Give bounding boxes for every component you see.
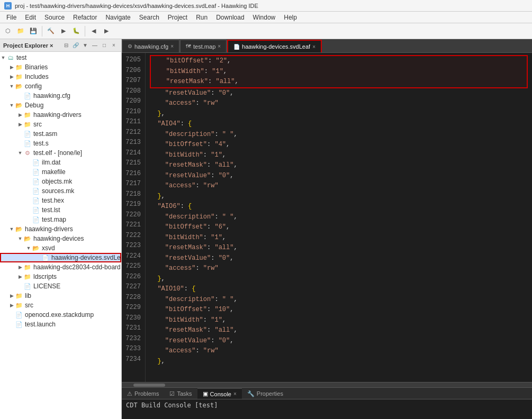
editor-content: 7205720672077208 7209721072117212 721372… bbox=[122, 53, 532, 382]
menu-item-project[interactable]: Project bbox=[164, 13, 192, 22]
menu-item-edit[interactable]: Edit bbox=[21, 13, 40, 22]
tree-item-src-debug[interactable]: ▶ 📁 src bbox=[0, 120, 121, 129]
tree-item-haawking-drivers-debug[interactable]: ▶ 📁 haawking-drivers bbox=[0, 110, 121, 120]
icon-test-project: 🗂 bbox=[6, 53, 15, 62]
toggle-ldscripts[interactable]: ▶ bbox=[17, 274, 23, 280]
tree-item-src-root[interactable]: ▶ 📁 src bbox=[0, 300, 121, 310]
menu-item-run[interactable]: Run bbox=[192, 13, 212, 22]
toggle-src-debug[interactable]: ▶ bbox=[17, 121, 23, 127]
toggle-test-elf[interactable]: ▼ bbox=[17, 150, 23, 156]
tab-console[interactable]: ▣ Console × bbox=[197, 388, 242, 399]
tree-item-objects-mk[interactable]: ▶ 📄 objects.mk bbox=[0, 177, 121, 186]
toggle-includes[interactable]: ▶ bbox=[8, 74, 15, 80]
menu-item-file[interactable]: File bbox=[2, 13, 21, 22]
tree-item-xsvd[interactable]: ▼ 📂 xsvd bbox=[0, 243, 121, 253]
icon-test-hex: 📄 bbox=[32, 196, 40, 205]
tab-haawking-cfg[interactable]: ⚙ haawking.cfg × bbox=[122, 40, 179, 52]
tab-close-console[interactable]: × bbox=[233, 391, 237, 397]
toolbar-run[interactable]: ▶ bbox=[58, 25, 69, 37]
tab-icon-properties: 🔧 bbox=[247, 390, 255, 397]
close-panel-btn[interactable]: × bbox=[110, 41, 118, 50]
toggle-debug[interactable]: ▼ bbox=[8, 102, 15, 108]
scrollbar-thumb-h[interactable] bbox=[133, 384, 165, 387]
tab-haawking-svdleaf[interactable]: 📄 haawking-devices.svdLeaf × bbox=[227, 40, 322, 52]
tree-item-ldscripts[interactable]: ▶ 📁 ldscripts bbox=[0, 272, 121, 281]
code-line-7214: "bitWidth": "1", bbox=[150, 150, 528, 161]
filter-btn[interactable]: ▼ bbox=[81, 41, 89, 50]
label-src-debug: src bbox=[33, 121, 42, 128]
menu-item-download[interactable]: Download bbox=[212, 13, 248, 22]
toolbar-back[interactable]: ◀ bbox=[88, 25, 100, 37]
tab-tasks[interactable]: ☑ Tasks bbox=[164, 388, 197, 399]
editor-scrollbar-h[interactable] bbox=[122, 382, 532, 387]
icon-license: 📄 bbox=[23, 282, 32, 290]
tab-label-tasks: Tasks bbox=[177, 390, 192, 397]
toggle-test[interactable]: ▼ bbox=[0, 54, 6, 61]
toolbar-forward[interactable]: ▶ bbox=[101, 25, 112, 37]
link-editor-btn[interactable]: 🔗 bbox=[71, 41, 80, 50]
tab-label-cfg: haawking.cfg bbox=[134, 43, 168, 50]
toolbar-save[interactable]: 💾 bbox=[28, 25, 39, 37]
toolbar-new[interactable]: ⬡ bbox=[2, 25, 14, 37]
tree-item-test-elf[interactable]: ▼ ⚙ test.elf - [none/le] bbox=[0, 148, 121, 158]
toggle-haawking-devices[interactable]: ▼ bbox=[17, 235, 23, 242]
toggle-haawking-dsc28034[interactable]: ▶ bbox=[17, 264, 23, 270]
toggle-haawking-drivers-debug[interactable]: ▶ bbox=[17, 112, 23, 118]
tree-item-openocd-stackdump[interactable]: ▶ 📄 openocd.exe.stackdump bbox=[0, 310, 121, 320]
minimize-btn[interactable]: — bbox=[91, 41, 99, 50]
menu-item-source[interactable]: Source bbox=[40, 13, 69, 22]
label-xsvd: xsvd bbox=[42, 244, 55, 252]
tree-item-svdleaf[interactable]: ▶ 📄 haawking-devices.svdLeaf bbox=[0, 253, 121, 262]
tab-label-map: test.map bbox=[193, 43, 215, 50]
tree-item-binaries[interactable]: ▶ 📁 Binaries bbox=[0, 62, 121, 72]
menu-item-help[interactable]: Help bbox=[279, 13, 301, 22]
tree-item-test-lst[interactable]: ▶ 📄 test.lst bbox=[0, 205, 121, 215]
tree-item-sources-mk[interactable]: ▶ 📄 sources.mk bbox=[0, 186, 121, 196]
maximize-btn[interactable]: □ bbox=[100, 41, 109, 50]
tree-item-test-s[interactable]: ▶ 📄 test.s bbox=[0, 139, 121, 148]
icon-test-asm: 📄 bbox=[23, 130, 32, 138]
toggle-haawking-drivers[interactable]: ▼ bbox=[8, 226, 15, 232]
menu-item-search[interactable]: Search bbox=[135, 13, 164, 22]
tree-item-makefile[interactable]: ▶ 📄 makefile bbox=[0, 167, 121, 177]
tab-close-map[interactable]: × bbox=[218, 43, 221, 49]
tree-item-ilm-dat[interactable]: ▶ 📄 ilm.dat bbox=[0, 158, 121, 167]
toolbar-build[interactable]: 🔨 bbox=[45, 25, 57, 37]
tree-item-test[interactable]: ▼ 🗂 test bbox=[0, 53, 121, 62]
tree-item-test-hex[interactable]: ▶ 📄 test.hex bbox=[0, 196, 121, 205]
icon-haawking-cfg: 📄 bbox=[23, 92, 32, 100]
tree-item-test-asm[interactable]: ▶ 📄 test.asm bbox=[0, 129, 121, 139]
toolbar-debug[interactable]: 🐛 bbox=[70, 25, 82, 37]
tree-item-lib[interactable]: ▶ 📁 lib bbox=[0, 291, 121, 300]
tree-item-haawking-drivers[interactable]: ▼ 📂 haawking-drivers bbox=[0, 224, 121, 234]
tree-item-test-map[interactable]: ▶ 📄 test.map bbox=[0, 215, 121, 224]
bottom-panel: ⚠ Problems ☑ Tasks ▣ Console × 🔧 Prop bbox=[122, 387, 532, 419]
label-haawking-drivers-debug: haawking-drivers bbox=[33, 111, 82, 119]
tree-item-test-launch[interactable]: ▶ 📄 test.launch bbox=[0, 320, 121, 329]
toggle-src-root[interactable]: ▶ bbox=[8, 302, 15, 308]
toggle-binaries[interactable]: ▶ bbox=[8, 64, 15, 70]
tab-close-svdleaf[interactable]: × bbox=[312, 44, 315, 50]
code-editor[interactable]: "bitOffset": "2", "bitWidth": "1", "rese… bbox=[146, 53, 532, 382]
tab-properties[interactable]: 🔧 Properties bbox=[242, 388, 288, 399]
menu-item-navigate[interactable]: Navigate bbox=[101, 13, 134, 22]
toggle-lib[interactable]: ▶ bbox=[8, 293, 15, 299]
tab-test-map[interactable]: 🗺 test.map × bbox=[180, 40, 227, 52]
menu-item-window[interactable]: Window bbox=[249, 13, 280, 22]
tree-item-haawking-devices[interactable]: ▼ 📂 haawking-devices bbox=[0, 234, 121, 243]
icon-test-launch: 📄 bbox=[15, 320, 23, 329]
collapse-all-btn[interactable]: ⊟ bbox=[62, 41, 70, 50]
menu-item-refactor[interactable]: Refactor bbox=[69, 13, 101, 22]
tree-item-license[interactable]: ▶ 📄 LICENSE bbox=[0, 281, 121, 291]
toggle-xsvd[interactable]: ▼ bbox=[25, 245, 32, 251]
label-haawking-devices: haawking-devices bbox=[33, 235, 84, 242]
toolbar-open[interactable]: 📁 bbox=[15, 25, 26, 37]
tree-item-haawking-dsc28034[interactable]: ▶ 📁 haawking-dsc28034-cdd-board bbox=[0, 262, 121, 272]
tree-item-config[interactable]: ▼ 📂 config bbox=[0, 81, 121, 91]
tree-item-haawking-cfg[interactable]: ▶ 📄 haawking.cfg bbox=[0, 91, 121, 101]
tab-problems[interactable]: ⚠ Problems bbox=[122, 388, 164, 399]
tree-item-debug[interactable]: ▼ 📂 Debug bbox=[0, 101, 121, 110]
tree-item-includes[interactable]: ▶ 📁 Includes bbox=[0, 72, 121, 81]
toggle-config[interactable]: ▼ bbox=[8, 83, 15, 89]
tab-close-cfg[interactable]: × bbox=[170, 43, 174, 49]
